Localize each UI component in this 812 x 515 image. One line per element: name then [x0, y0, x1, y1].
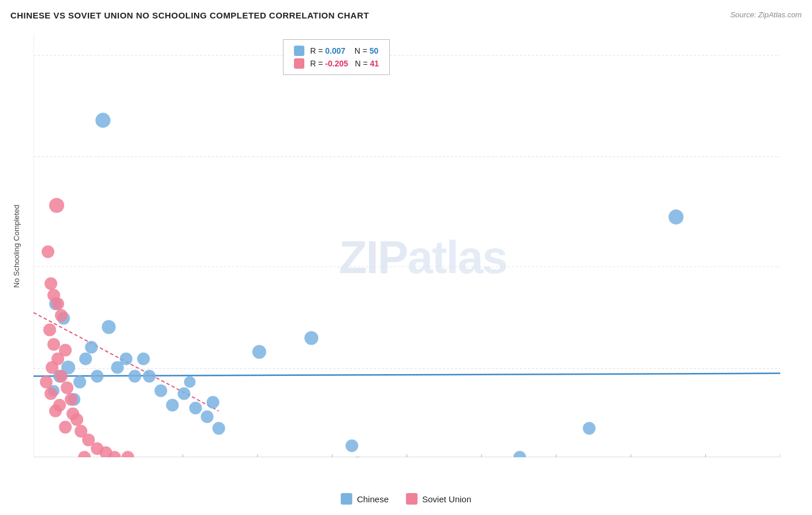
svg-point-53	[49, 198, 64, 213]
legend-box: R = 0.007 N = 50 R = -0.205 N = 41	[283, 39, 390, 75]
svg-point-64	[55, 370, 68, 383]
r-value-chinese: 0.007	[325, 46, 345, 55]
svg-point-67	[44, 387, 57, 400]
svg-point-34	[102, 320, 116, 334]
svg-point-32	[79, 353, 92, 365]
svg-point-22	[252, 345, 266, 359]
bottom-legend-label-soviet: Soviet Union	[422, 494, 471, 504]
svg-point-57	[51, 297, 64, 310]
svg-point-59	[43, 323, 56, 336]
legend-text-soviet: R = -0.205 N = 41	[310, 59, 379, 68]
svg-point-24	[583, 422, 595, 435]
chart-container: CHINESE VS SOVIET UNION NO SCHOOLING COM…	[0, 0, 812, 515]
svg-point-21	[304, 331, 318, 345]
svg-point-48	[128, 370, 141, 383]
svg-point-43	[189, 402, 202, 415]
svg-point-65	[40, 376, 53, 389]
svg-point-60	[47, 338, 60, 350]
bottom-swatch-chinese	[341, 493, 352, 505]
svg-point-39	[143, 370, 155, 383]
legend-swatch-soviet	[294, 58, 304, 69]
svg-point-40	[154, 385, 167, 397]
legend-text-chinese: R = 0.007 N = 50	[310, 46, 378, 55]
svg-point-66	[61, 382, 73, 394]
svg-point-44	[201, 410, 214, 423]
svg-point-55	[44, 277, 57, 290]
source-label: Source: ZipAtlas.com	[730, 10, 802, 19]
bottom-swatch-soviet	[406, 493, 418, 505]
svg-point-47	[111, 361, 124, 374]
bottom-legend-soviet: Soviet Union	[406, 493, 471, 505]
svg-point-23	[513, 451, 526, 457]
svg-point-50	[184, 376, 196, 388]
chart-title: CHINESE VS SOVIET UNION NO SCHOOLING COM…	[10, 10, 369, 20]
svg-point-63	[46, 361, 58, 374]
bottom-legend: Chinese Soviet Union	[341, 493, 471, 505]
svg-point-78	[78, 451, 91, 457]
svg-point-42	[178, 387, 191, 400]
n-value-chinese: 50	[370, 46, 379, 55]
svg-point-72	[70, 413, 83, 426]
svg-point-30	[73, 376, 86, 389]
r-value-soviet: -0.205	[325, 59, 348, 68]
svg-point-25	[345, 439, 358, 452]
svg-point-54	[42, 245, 54, 258]
svg-point-46	[137, 353, 150, 365]
svg-point-73	[59, 421, 72, 434]
svg-point-19	[95, 113, 110, 128]
svg-point-20	[669, 210, 684, 225]
svg-point-37	[91, 370, 103, 383]
chart-svg: 5.0% 3.8% 2.5% 1.3% 0.0% 10.0%	[33, 35, 780, 457]
svg-point-45	[207, 396, 219, 409]
svg-point-58	[55, 309, 68, 322]
n-value-soviet: 41	[370, 59, 379, 68]
legend-row-chinese: R = 0.007 N = 50	[294, 46, 379, 56]
svg-point-80	[121, 451, 134, 457]
y-axis-label: No Schooling Completed	[13, 204, 21, 288]
bottom-legend-chinese: Chinese	[341, 493, 389, 505]
svg-point-41	[166, 399, 179, 412]
bottom-legend-label-chinese: Chinese	[357, 494, 389, 504]
svg-point-33	[85, 341, 98, 353]
svg-point-68	[65, 393, 77, 406]
legend-swatch-chinese	[294, 46, 304, 56]
svg-point-49	[213, 422, 225, 435]
legend-row-soviet: R = -0.205 N = 41	[294, 58, 379, 69]
svg-point-70	[49, 405, 62, 417]
